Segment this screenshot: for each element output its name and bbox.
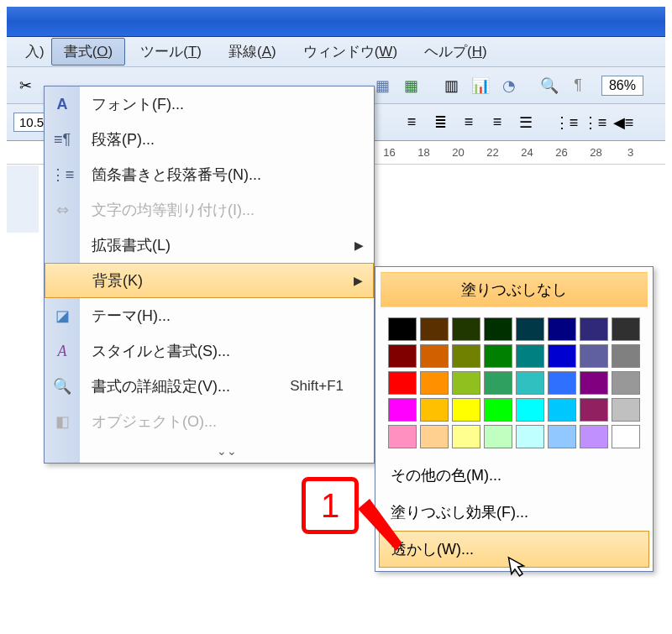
color-swatch[interactable] — [516, 425, 544, 448]
bullets-icon: ⋮≡ — [45, 157, 80, 192]
color-swatch[interactable] — [484, 344, 512, 368]
color-swatch[interactable] — [388, 398, 417, 422]
color-swatch[interactable] — [420, 344, 449, 368]
menu-font[interactable]: A フォント(F)... — [45, 86, 374, 122]
background-submenu: 塗りつぶしなし その他の色(M)... 塗りつぶし効果(F)... 透かし(W)… — [375, 266, 654, 572]
distribute-icon[interactable]: ☰ — [514, 111, 538, 134]
color-swatch[interactable] — [388, 371, 417, 395]
color-swatch[interactable] — [612, 398, 640, 422]
font-icon: A — [45, 86, 80, 122]
theme-icon: ◪ — [45, 298, 80, 333]
paragraph-icon[interactable]: ¶ — [566, 74, 590, 97]
menu-format[interactable]: 書式(O) — [51, 38, 126, 65]
color-swatch[interactable] — [452, 371, 480, 395]
menu-bullets-numbering[interactable]: ⋮≡ 箇条書きと段落番号(N)... — [45, 157, 374, 192]
numbering-icon[interactable]: ⋮≡ — [554, 111, 578, 134]
color-swatch[interactable] — [516, 371, 544, 395]
color-swatch[interactable] — [420, 425, 449, 448]
submenu-arrow-icon: ▶ — [354, 274, 363, 287]
menu-background[interactable]: 背景(K) ▶ — [45, 263, 374, 298]
color-swatch[interactable] — [516, 398, 544, 422]
color-swatch[interactable] — [484, 371, 512, 395]
object-icon: ◧ — [45, 404, 80, 439]
ruler-tick: 24 — [517, 146, 537, 159]
ruler-tick: 26 — [552, 146, 571, 159]
color-swatch[interactable] — [580, 344, 608, 368]
zoom-icon[interactable]: 🔍 — [538, 74, 561, 97]
ruler-tick: 20 — [449, 146, 468, 159]
annotation-callout: 1 — [302, 477, 359, 534]
fill-effects[interactable]: 塗りつぶし効果(F)... — [375, 494, 653, 531]
window-titlebar — [7, 7, 665, 37]
menubar: 入) 書式(O) ツール(T) 罫線(A) ウィンドウ(W) ヘルプ(H) — [7, 37, 665, 67]
shortcut-label: Shift+F1 — [290, 378, 374, 395]
menu-styles-formatting[interactable]: A スタイルと書式(S)... — [45, 333, 374, 369]
more-colors[interactable]: その他の色(M)... — [375, 457, 653, 494]
decrease-indent-icon[interactable]: ◀≡ — [612, 111, 635, 134]
color-swatch[interactable] — [452, 425, 480, 448]
menu-expand[interactable]: ⌄⌄ — [45, 439, 374, 463]
reveal-icon: 🔍 — [45, 369, 80, 404]
zoom-value[interactable]: 86% — [601, 76, 643, 96]
excel-icon[interactable]: ▦ — [400, 74, 423, 97]
color-swatch[interactable] — [580, 371, 608, 395]
format-menu-dropdown: A フォント(F)... ≡¶ 段落(P)... ⋮≡ 箇条書きと段落番号(N)… — [44, 86, 375, 464]
color-swatch[interactable] — [452, 317, 480, 341]
color-swatch[interactable] — [420, 398, 449, 422]
color-swatch[interactable] — [484, 317, 512, 341]
color-swatch[interactable] — [612, 317, 640, 341]
chevron-down-icon: ⌄⌄ — [217, 444, 237, 458]
color-palette — [375, 312, 653, 457]
color-swatch[interactable] — [612, 425, 640, 448]
color-swatch[interactable] — [580, 425, 608, 448]
bullets-icon[interactable]: ⋮≡ — [583, 111, 606, 134]
color-swatch[interactable] — [484, 398, 512, 422]
color-swatch[interactable] — [548, 398, 576, 422]
color-swatch[interactable] — [516, 344, 544, 368]
submenu-arrow-icon: ▶ — [354, 238, 364, 252]
menu-tools[interactable]: ツール(T) — [129, 39, 213, 65]
cut-icon[interactable]: ✂ — [13, 74, 37, 97]
color-swatch[interactable] — [420, 371, 449, 395]
color-swatch[interactable] — [484, 425, 512, 448]
menu-reveal-formatting[interactable]: 🔍 書式の詳細設定(V)... Shift+F1 — [45, 369, 374, 404]
color-swatch[interactable] — [548, 371, 576, 395]
menu-window[interactable]: ウィンドウ(W) — [291, 39, 409, 65]
menu-object: ◧ オブジェクト(O)... — [45, 404, 374, 439]
table-icon[interactable]: ▦ — [371, 74, 395, 97]
color-swatch[interactable] — [612, 371, 640, 395]
columns-icon[interactable]: ▥ — [440, 74, 464, 97]
styles-icon: A — [45, 333, 80, 369]
no-fill-button[interactable]: 塗りつぶしなし — [381, 272, 648, 307]
color-swatch[interactable] — [580, 317, 608, 341]
color-swatch[interactable] — [388, 344, 417, 368]
menu-help[interactable]: ヘルプ(H) — [412, 39, 499, 65]
align-center-icon[interactable]: ≡ — [457, 111, 480, 134]
color-swatch[interactable] — [548, 425, 576, 448]
color-swatch[interactable] — [452, 398, 480, 422]
color-swatch[interactable] — [388, 425, 417, 448]
menu-table[interactable]: 罫線(A) — [217, 39, 288, 65]
paragraph-icon: ≡¶ — [45, 122, 80, 157]
chart-icon[interactable]: 📊 — [469, 74, 492, 97]
color-swatch[interactable] — [420, 317, 449, 341]
align-justify-icon[interactable]: ≡ — [400, 111, 423, 134]
color-swatch[interactable] — [516, 317, 544, 341]
menu-paragraph[interactable]: ≡¶ 段落(P)... — [45, 122, 374, 157]
color-swatch[interactable] — [388, 317, 417, 341]
menu-distribute-chars: ⇔ 文字の均等割り付け(I)... — [45, 192, 374, 228]
color-swatch[interactable] — [612, 344, 640, 368]
ruler-tick: 18 — [414, 146, 433, 159]
ruler-tick: 28 — [586, 146, 606, 159]
drawing-icon[interactable]: ◔ — [497, 74, 521, 97]
color-swatch[interactable] — [548, 317, 576, 341]
distribute-icon: ⇔ — [45, 192, 80, 228]
align-left-icon[interactable]: ≣ — [428, 111, 452, 134]
align-right-icon[interactable]: ≡ — [486, 111, 509, 134]
color-swatch[interactable] — [580, 398, 608, 422]
color-swatch[interactable] — [452, 344, 480, 368]
ruler-tick: 22 — [483, 146, 502, 159]
menu-extended-formatting[interactable]: 拡張書式(L) ▶ — [45, 228, 374, 263]
menu-theme[interactable]: ◪ テーマ(H)... — [45, 298, 374, 333]
color-swatch[interactable] — [548, 344, 576, 368]
